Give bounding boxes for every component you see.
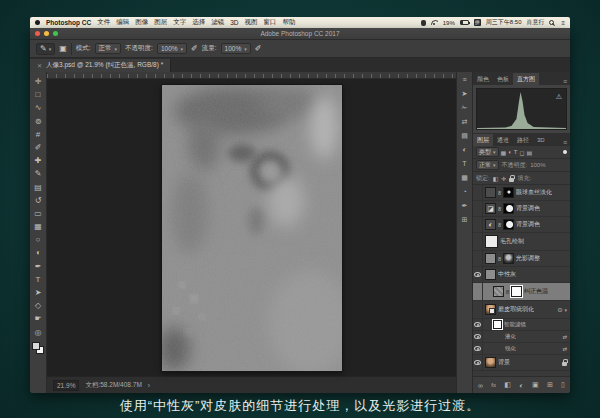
clone-source-panel-icon[interactable]: ✁ bbox=[462, 104, 468, 112]
character-panel-icon[interactable]: T bbox=[462, 160, 466, 168]
filter-shape-icon[interactable]: ◻ bbox=[519, 149, 524, 156]
tab-color[interactable]: 颜色 bbox=[473, 73, 493, 85]
delete-layer-icon[interactable]: ▯ bbox=[561, 381, 565, 389]
link-layers-icon[interactable]: ∞ bbox=[478, 382, 483, 389]
smart-filters-label[interactable]: 智能滤镜 bbox=[504, 321, 526, 328]
layer-name[interactable]: 磨皮瑕疵弱化 bbox=[498, 305, 534, 314]
layer-row[interactable]: 8 光影调整 bbox=[473, 251, 570, 267]
eyedropper-tool-icon[interactable]: ✐ bbox=[32, 141, 45, 154]
lock-all-icon[interactable] bbox=[509, 178, 514, 182]
layer-name[interactable]: 背景调色 bbox=[516, 220, 540, 229]
opacity-select[interactable]: 100% ▾ bbox=[157, 43, 187, 54]
visibility-toggle[interactable] bbox=[473, 251, 483, 266]
menu-item-window[interactable]: 窗口 bbox=[263, 18, 276, 27]
move-tool-icon[interactable]: ✛ bbox=[32, 75, 45, 88]
layer-thumbnail[interactable] bbox=[485, 235, 498, 248]
info-panel-icon[interactable]: ▤ bbox=[461, 132, 468, 140]
filter-kind-select[interactable]: 类型 ▾ bbox=[476, 147, 499, 157]
visibility-toggle[interactable] bbox=[473, 267, 483, 282]
close-tab-icon[interactable]: ✕ bbox=[37, 62, 42, 69]
layer-mask-thumbnail[interactable] bbox=[503, 203, 514, 214]
tab-layers[interactable]: 图层 bbox=[473, 134, 493, 146]
visibility-toggle[interactable] bbox=[473, 185, 483, 200]
blend-mode-select[interactable]: 正常 ▾ bbox=[95, 43, 122, 54]
layer-name[interactable]: 背景调色 bbox=[516, 204, 540, 213]
group-thumbnail[interactable] bbox=[485, 187, 496, 198]
tool-preset-picker[interactable]: ✎ ▾ bbox=[36, 43, 55, 55]
history-panel-icon[interactable]: ⇄ bbox=[462, 118, 468, 126]
type-tool-icon[interactable]: T bbox=[32, 273, 45, 286]
flow-select[interactable]: 100% ▾ bbox=[221, 43, 251, 54]
smart-filters-row[interactable]: 智能滤镜 bbox=[473, 319, 570, 331]
layer-name[interactable]: 光影调整 bbox=[516, 254, 540, 263]
tab-histogram[interactable]: 直方图 bbox=[513, 73, 539, 85]
layer-blend-mode-select[interactable]: 正常 ▾ bbox=[476, 160, 499, 170]
visibility-toggle[interactable] bbox=[473, 217, 483, 232]
menu-item-view[interactable]: 视图 bbox=[244, 18, 257, 27]
filter-name[interactable]: 锐化 bbox=[505, 345, 516, 352]
zoom-level-field[interactable]: 21.9% bbox=[53, 380, 79, 391]
panel-menu-icon[interactable]: ≡ bbox=[560, 78, 570, 85]
pen-tool-icon[interactable]: ✒ bbox=[32, 260, 45, 273]
color-swatches[interactable] bbox=[32, 342, 44, 354]
menu-item-layer[interactable]: 图层 bbox=[154, 18, 167, 27]
menu-item-file[interactable]: 文件 bbox=[97, 18, 110, 27]
visibility-toggle[interactable] bbox=[473, 201, 483, 216]
layer-row[interactable]: 毛孔绘制 bbox=[473, 233, 570, 251]
quick-selection-tool-icon[interactable]: ⊚ bbox=[32, 115, 45, 128]
libraries-panel-icon[interactable]: ⊞ bbox=[462, 216, 468, 224]
marquee-tool-icon[interactable]: □ bbox=[32, 88, 45, 101]
clock-text[interactable]: 周三下午8:50 bbox=[486, 18, 522, 27]
layer-row[interactable]: ◐ 8 背景调色 bbox=[473, 217, 570, 233]
new-layer-icon[interactable]: ⊞ bbox=[547, 381, 553, 389]
brush-tool-icon[interactable]: ✎ bbox=[32, 167, 45, 180]
brush-panel-toggle-icon[interactable]: ▣ bbox=[59, 44, 67, 53]
properties-panel-icon[interactable]: ≡ bbox=[462, 76, 466, 84]
menu-item-select[interactable]: 选择 bbox=[192, 18, 205, 27]
menu-item-type[interactable]: 文字 bbox=[173, 18, 186, 27]
layer-opacity-value[interactable]: 100% bbox=[530, 162, 545, 168]
layer-name[interactable]: 中性灰 bbox=[498, 270, 516, 279]
paths-panel-icon[interactable]: ✒ bbox=[462, 202, 468, 210]
layer-row[interactable]: 8 眼球血丝淡化 bbox=[473, 185, 570, 201]
visibility-toggle[interactable] bbox=[473, 319, 483, 330]
filter-blend-options-icon[interactable]: ⇄ bbox=[562, 334, 567, 340]
tab-channels[interactable]: 通道 bbox=[493, 134, 513, 146]
notification-icon[interactable] bbox=[421, 20, 426, 26]
lock-position-icon[interactable]: ✛ bbox=[501, 175, 506, 182]
adjustment-layer-icon[interactable]: ◐ bbox=[485, 219, 496, 230]
layer-thumbnail[interactable] bbox=[485, 357, 496, 368]
filter-blend-options-icon[interactable]: ⇄ bbox=[562, 346, 567, 352]
visibility-toggle[interactable] bbox=[473, 233, 483, 250]
tab-3d[interactable]: 3D bbox=[533, 134, 549, 146]
tab-paths[interactable]: 路径 bbox=[513, 134, 533, 146]
visibility-toggle[interactable] bbox=[473, 331, 483, 342]
layer-thumbnail[interactable] bbox=[485, 253, 496, 264]
canvas-image[interactable] bbox=[162, 85, 342, 371]
user-name[interactable]: 肖意行 bbox=[526, 18, 544, 27]
smart-filter-item[interactable]: 液化 ⇄ bbox=[473, 331, 570, 343]
layer-mask-thumbnail[interactable] bbox=[503, 253, 514, 264]
airbrush-icon[interactable]: ✐ bbox=[255, 44, 262, 53]
layer-name[interactable]: 眼球血丝淡化 bbox=[516, 188, 552, 197]
path-select-tool-icon[interactable]: ➤ bbox=[32, 286, 45, 299]
zoom-tool-icon[interactable]: ◎ bbox=[32, 326, 45, 339]
filter-toggle-icon[interactable] bbox=[563, 150, 567, 154]
layer-name[interactable]: 纠正色温 bbox=[524, 287, 548, 296]
filter-type-icon[interactable]: T bbox=[514, 149, 518, 155]
spotlight-search-icon[interactable] bbox=[549, 20, 554, 25]
menu-item-3d[interactable]: 3D bbox=[230, 19, 238, 26]
background-layer-row[interactable]: 背景 bbox=[473, 355, 570, 371]
new-adjustment-icon[interactable]: ◐ bbox=[519, 382, 523, 389]
battery-icon[interactable] bbox=[460, 20, 469, 25]
lasso-tool-icon[interactable]: ∿ bbox=[32, 101, 45, 114]
navigator-panel-icon[interactable]: ◔ bbox=[462, 188, 466, 196]
tab-swatches[interactable]: 色板 bbox=[493, 73, 513, 85]
window-title-bar[interactable]: Adobe Photoshop CC 2017 bbox=[30, 28, 570, 40]
blur-tool-icon[interactable]: ○ bbox=[32, 233, 45, 246]
filter-name[interactable]: 液化 bbox=[505, 333, 516, 340]
eraser-tool-icon[interactable]: ▭ bbox=[32, 207, 45, 220]
lock-pixels-icon[interactable]: ◧ bbox=[493, 175, 499, 182]
layer-row-selected[interactable]: 8 纠正色温 bbox=[473, 283, 570, 301]
wifi-icon[interactable] bbox=[431, 20, 438, 25]
